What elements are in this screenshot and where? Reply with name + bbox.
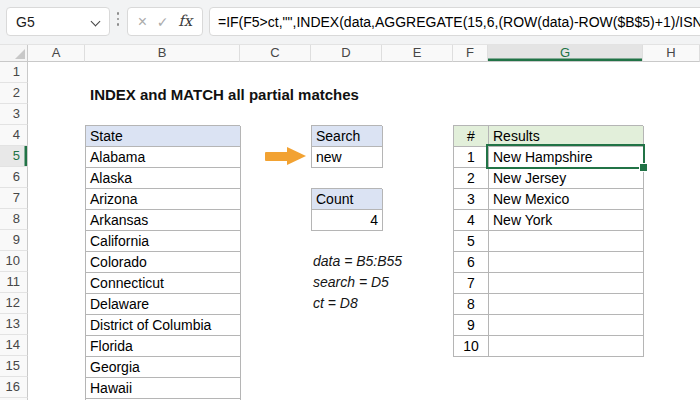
row-header-14[interactable]: 14 — [0, 335, 28, 356]
sheet-title[interactable]: INDEX and MATCH all partial matches — [90, 86, 359, 103]
results-row: 5 — [454, 231, 643, 252]
cell-state[interactable]: District of Columbia — [86, 315, 241, 336]
cell-result-number[interactable]: 6 — [454, 252, 489, 273]
row-header-5[interactable]: 5 — [0, 146, 28, 167]
select-all-triangle-icon — [15, 49, 25, 59]
cell-result-number[interactable]: 7 — [454, 273, 489, 294]
results-row: 2New Jersey — [454, 168, 643, 189]
cell-result-number[interactable]: 8 — [454, 294, 489, 315]
row-header-6[interactable]: 6 — [0, 167, 28, 188]
count-header-cell[interactable]: Count — [312, 189, 383, 210]
cell-result[interactable]: New Hampshire — [489, 147, 644, 168]
row-header-8[interactable]: 8 — [0, 209, 28, 230]
cell-result[interactable] — [489, 231, 644, 252]
cell-result[interactable] — [489, 273, 644, 294]
cell-state[interactable]: Delaware — [86, 294, 241, 315]
cell-result[interactable]: New Jersey — [489, 168, 644, 189]
state-header-cell[interactable]: State — [86, 126, 241, 147]
search-box: Search new — [311, 125, 382, 168]
orange-arrow-icon — [265, 152, 288, 161]
results-row: 9 — [454, 315, 643, 336]
cell-state[interactable]: Florida — [86, 336, 241, 357]
column-header-B[interactable]: B — [85, 44, 240, 62]
results-row: 8 — [454, 294, 643, 315]
results-header-cell[interactable]: Results — [489, 126, 644, 147]
select-all-button[interactable] — [0, 44, 28, 62]
cell-result-number[interactable]: 2 — [454, 168, 489, 189]
row-header-3[interactable]: 3 — [0, 104, 28, 125]
cell-state[interactable]: Colorado — [86, 252, 241, 273]
column-header-D[interactable]: D — [311, 44, 382, 62]
cell-result-number[interactable]: 4 — [454, 210, 489, 231]
cell-state[interactable]: Alabama — [86, 147, 241, 168]
row-header-1[interactable]: 1 — [0, 62, 28, 83]
results-header-row: # Results — [454, 126, 643, 147]
cell-result-number[interactable]: 9 — [454, 315, 489, 336]
cell-state[interactable]: Alaska — [86, 168, 241, 189]
row-header-11[interactable]: 11 — [0, 272, 28, 293]
cancel-icon[interactable]: × — [138, 14, 147, 30]
sheet-body: INDEX and MATCH all partial matches Stat… — [28, 62, 700, 400]
cell-state[interactable]: Arizona — [86, 189, 241, 210]
enter-icon[interactable]: ✓ — [157, 15, 169, 29]
cell-state[interactable]: Arkansas — [86, 210, 241, 231]
annotation-line[interactable]: ct = D8 — [313, 293, 402, 314]
search-header-cell[interactable]: Search — [312, 126, 383, 147]
results-row: 4New York — [454, 210, 643, 231]
cell-result[interactable]: New York — [489, 210, 644, 231]
cell-result[interactable] — [489, 252, 644, 273]
cell-result[interactable] — [489, 294, 644, 315]
formula-toolbar: G5 × ✓ fx =IF(F5>ct,"",INDEX(data,AGGREG… — [0, 0, 700, 45]
row-header-7[interactable]: 7 — [0, 188, 28, 209]
results-row: 3New Mexico — [454, 189, 643, 210]
cell-result[interactable]: New Mexico — [489, 189, 644, 210]
column-headers: ABCDEFGH — [0, 44, 700, 62]
cell-state[interactable]: Georgia — [86, 357, 241, 378]
cell-result-number[interactable]: 10 — [454, 336, 489, 357]
chevron-down-icon[interactable] — [92, 18, 100, 26]
column-header-H[interactable]: H — [643, 44, 700, 62]
row-header-2[interactable]: 2 — [0, 83, 28, 104]
formula-text: =IF(F5>ct,"",INDEX(data,AGGREGATE(15,6,(… — [210, 14, 700, 30]
cell-state[interactable]: Hawaii — [86, 378, 241, 399]
state-table: State AlabamaAlaskaArizonaArkansasCalifo… — [85, 125, 240, 400]
cell-result-number[interactable]: 3 — [454, 189, 489, 210]
search-value-cell[interactable]: new — [312, 147, 383, 168]
insert-function-icon[interactable]: fx — [178, 14, 192, 29]
row-header-4[interactable]: 4 — [0, 125, 28, 146]
name-box[interactable]: G5 — [6, 7, 110, 36]
row-header-16[interactable]: 16 — [0, 377, 28, 398]
count-box: Count 4 — [311, 188, 382, 231]
toolbar-separator-dots-icon — [115, 12, 121, 32]
cell-result-number[interactable]: 5 — [454, 231, 489, 252]
row-header-9[interactable]: 9 — [0, 230, 28, 251]
count-value-cell[interactable]: 4 — [312, 210, 383, 231]
row-header-10[interactable]: 10 — [0, 251, 28, 272]
excel-window: G5 × ✓ fx =IF(F5>ct,"",INDEX(data,AGGREG… — [0, 0, 700, 400]
annotation-line[interactable]: data = B5:B55 — [313, 251, 402, 272]
row-header-12[interactable]: 12 — [0, 293, 28, 314]
cell-result[interactable] — [489, 315, 644, 336]
results-table: # Results 1New Hampshire2New Jersey3New … — [453, 125, 643, 357]
cell-result[interactable] — [489, 336, 644, 357]
fill-handle[interactable] — [639, 163, 648, 172]
results-row: 10 — [454, 336, 643, 357]
results-row: 6 — [454, 252, 643, 273]
named-range-annotations: data = B5:B55search = D5ct = D8 — [313, 251, 402, 314]
column-header-G[interactable]: G — [488, 44, 643, 62]
column-header-E[interactable]: E — [382, 44, 453, 62]
orange-arrow-head-icon — [287, 147, 306, 165]
column-header-A[interactable]: A — [28, 44, 85, 62]
row-header-13[interactable]: 13 — [0, 314, 28, 335]
cell-state[interactable]: Connecticut — [86, 273, 241, 294]
results-number-header-cell[interactable]: # — [454, 126, 489, 147]
cell-result-number[interactable]: 1 — [454, 147, 489, 168]
results-row: 1New Hampshire — [454, 147, 643, 168]
column-header-F[interactable]: F — [453, 44, 488, 62]
annotation-line[interactable]: search = D5 — [313, 272, 402, 293]
column-header-C[interactable]: C — [240, 44, 311, 62]
name-box-value: G5 — [7, 14, 92, 30]
formula-bar[interactable]: =IF(F5>ct,"",INDEX(data,AGGREGATE(15,6,(… — [209, 7, 700, 36]
cell-state[interactable]: California — [86, 231, 241, 252]
row-header-15[interactable]: 15 — [0, 356, 28, 377]
